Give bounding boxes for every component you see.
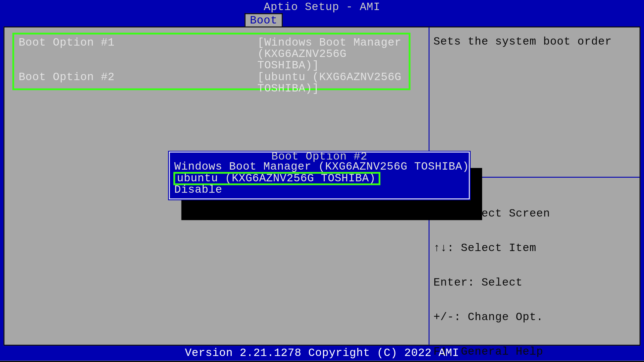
boot-option-value: [ubuntu (KXG6AZNV256G TOSHIBA)] <box>257 72 406 95</box>
boot-option-label: Boot Option #2 <box>18 72 257 83</box>
key-help-line: +/-: Change Opt. <box>433 312 633 323</box>
footer-version: Version 2.21.1278 Copyright (C) 2022 AMI <box>0 347 644 359</box>
boot-option-value: [Windows Boot Manager (KXG6AZNV256G TOSH… <box>257 37 406 72</box>
key-help-line: ↑↓: Select Item <box>433 243 633 254</box>
boot-option-row[interactable]: Boot Option #1 [Windows Boot Manager (KX… <box>14 37 409 72</box>
popup-title: Boot Option #2 <box>170 151 469 163</box>
tab-boot[interactable]: Boot <box>245 13 282 28</box>
bios-frame: Aptio Setup - AMI Boot Boot Option #1 [W… <box>0 0 644 361</box>
boot-options-group: Boot Option #1 [Windows Boot Manager (KX… <box>12 33 411 90</box>
popup-item[interactable]: Disable <box>170 184 469 196</box>
popup-item-selected[interactable]: ubuntu (KXG6AZNV256G TOSHIBA) <box>174 173 379 184</box>
key-help-line: Enter: Select <box>433 277 633 289</box>
boot-option-popup: Boot Option #2 Windows Boot Manager (KXG… <box>168 151 471 200</box>
boot-option-row[interactable]: Boot Option #2 [ubuntu (KXG6AZNV256G TOS… <box>14 72 409 95</box>
bios-title: Aptio Setup - AMI <box>0 2 644 13</box>
boot-option-label: Boot Option #1 <box>18 37 257 49</box>
help-description: Sets the system boot order <box>433 36 633 48</box>
